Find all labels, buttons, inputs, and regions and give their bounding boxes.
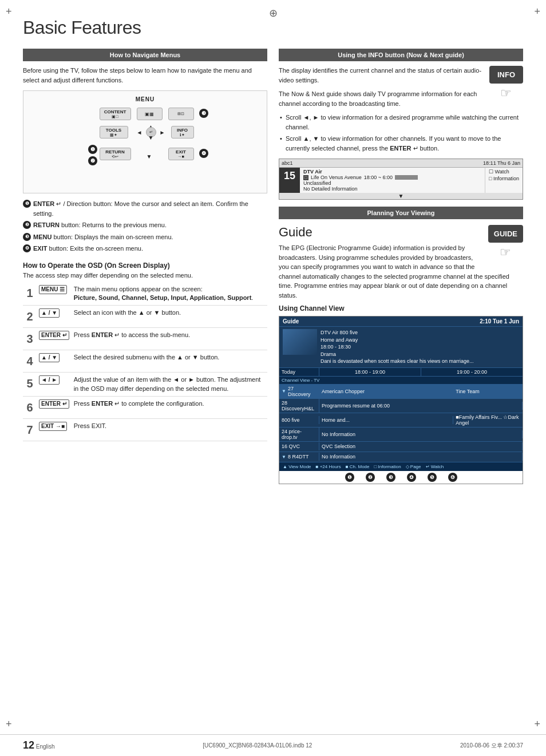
info-prog-time: 18:00 ~ 6:00 [364,175,393,180]
arrow-down-8: ▼ [282,454,286,460]
info-screen-body: 15 DTV Air □ Life On Venus Avenue 18:00 … [279,168,523,193]
osd-key-2: ▲ / ▼ [37,306,72,328]
legend-item-2: ❷ RETURN button: Returns to the previous… [23,220,267,230]
info-info-label: □ Information [489,176,519,181]
info-section-header: Using the INFO button (Now & Next guide) [279,49,523,61]
guide-footer: ▲ View Mode ■ +24 Hours ■ Ch. Mode □ Inf… [279,462,523,471]
info-button-label: INFO [489,66,523,84]
legend-item-4: ❹ EXIT button: Exits the on-screen menu. [23,244,267,254]
info-icon-box: INFO ☞ [489,66,523,101]
osd-desc-3: Press ENTER ↵ to access the sub-menu. [72,328,267,350]
guide-ch-28: 28 DiscoveryH&L [279,399,319,413]
tools-btn: TOOLS ▦✦ [100,126,128,138]
guide-ch-800: 800 five [279,416,319,424]
info-prog-rating-text: Unclassified [303,180,481,186]
guide-ch-27: ▼ 27 Discovery [279,385,319,398]
footer-num-6: ❻ [448,473,457,482]
osd-row-6: 6 ENTER ↵ Press ENTER ↵ to complete the … [23,397,267,419]
osd-row-3: 3 ENTER ↵ Press ENTER ↵ to access the su… [23,328,267,350]
left-column: How to Navigate Menus Before using the T… [23,49,267,484]
legend-text-2: RETURN button: Returns to the previous m… [33,220,167,230]
info-screen-time: 18:11 Thu 6 Jan [483,160,520,166]
arrow-down-27: ▼ [282,389,286,394]
guide-row-24: 24 price-drop.tv No Information [279,428,523,442]
nav-cluster: ▲ ◄ ↵ ► ▼ [137,124,165,141]
nav-legend: ❶ ENTER ↵ / Direction button: Move the c… [23,199,267,254]
guide-screen-header: Guide 2:10 Tue 1 Jun [279,316,523,327]
osd-subtitle: The access step may differ depending on … [23,272,267,279]
osd-key-4: ▲ / ▼ [37,350,72,373]
channel-view-title: Using Channel View [279,304,523,312]
guide-info-time: 18:00 - 18:30 [321,343,474,351]
osd-key-3: ENTER ↵ [37,328,72,350]
guide-button-label: GUIDE [488,225,523,243]
guide-screen-time: 2:10 Tue 1 Jun [480,318,519,324]
guide-info-genre: Drama [321,351,474,358]
badge-1: ❶ [88,145,97,154]
guide-prog-16: QVC Selection [319,442,523,450]
osd-num-2: 2 [23,306,37,328]
guide-footer-info: □ Information [374,464,401,469]
guide-intro: The EPG (Electronic Programme Guide) inf… [279,243,523,300]
osd-desc-4: Select the desired submenu with the ▲ or… [72,350,267,373]
osd-num-5: 5 [23,373,37,397]
legend-num-4: ❹ [23,244,31,252]
osd-key-5: ◄ / ► [37,373,72,397]
guide-info-panel: DTV Air 800 five Home and Away 18:00 - 1… [279,327,523,368]
page-title: Basic Features [23,17,523,38]
guide-info-desc: Dani is devastated when scott makes clea… [321,358,474,365]
bottom-date: 2010-08-06 오후 2:00:37 [460,742,523,750]
guide-prog-28: Programmes resume at 06:00 [319,402,523,410]
osd-desc-2: Select an icon with the ▲ or ▼ button. [72,306,267,328]
info-prog-detail: No Detailed Information [303,186,481,192]
exit-btn-remote: EXIT →■ [168,148,194,160]
guide-prog-800-2: ■Family Affairs Fiv... ☆Dark Angel [453,413,523,427]
guide-title: Guide [279,225,523,240]
info-watch-label: ☐ Watch [489,169,519,175]
guide-footer-ch: ■ Ch. Mode [346,464,370,469]
info-bullet-2: Scroll ▲, ▼ to view information for othe… [279,134,523,153]
osd-table: 1 MENU ☰ The main menu options appear on… [23,282,267,442]
legend-item-1: ❶ ENTER ↵ / Direction button: Move the c… [23,199,267,218]
info-screen-right: ☐ Watch □ Information [485,168,523,193]
footer-num-2: ❷ [366,473,375,482]
guide-table-header: Today 18:00 - 19:00 19:00 - 20:00 [279,368,523,377]
remote-inner: MENU CONTENT ▣□ ▣▦ ⊞⊡ TOOLS ▦ [82,96,208,188]
nav-intro-text: Before using the TV, follow the steps be… [23,66,267,85]
osd-key-7: EXIT →■ [37,419,72,441]
info-content: INFO ☞ The display identifies the curren… [279,66,523,159]
guide-prog-800-1: Home and... [319,416,453,424]
nav-section-header: How to Navigate Menus [23,49,267,61]
info-prog-rating: □ [303,175,308,180]
page-lang: English [36,743,55,750]
osd-num-7: 7 [23,419,37,441]
guide-footer-nums: ❶ ❷ ❸ ❹ ❺ ❻ [279,471,523,484]
osd-key-6: ENTER ↵ [37,397,72,419]
info-screen-header: abc1 18:11 Thu 6 Jan [279,159,523,168]
guide-row-8: ▼ 8 R4DTT No Information [279,452,523,462]
osd-row-5: 5 ◄ / ► Adjust the value of an item with… [23,373,267,397]
guide-row-27: ▼ 27 Discovery American Chopper Tine Tea… [279,385,523,399]
info-prog-name: Life On Venus Avenue [311,175,362,180]
info-btn-remote: INFO ℹ✦ [171,126,194,138]
corner-mark-bl: + [6,718,12,730]
footer-num-4: ❹ [407,473,416,482]
return-btn-remote: RETURN ⟲↩ [100,148,131,160]
guide-footer-text: ▲ View Mode [283,464,311,469]
menu-label: MENU [136,96,155,102]
right-column: Using the INFO button (Now & Next guide)… [279,49,523,484]
badge-4: ❹ [199,149,208,158]
osd-row-1: 1 MENU ☰ The main menu options appear on… [23,282,267,306]
guide-hand-icon: ☞ [488,245,523,260]
bottom-file: [UC6900_XC]BN68-02843A-01L06.indb 12 [203,742,312,749]
guide-content: GUIDE ☞ Guide The EPG (Electronic Progra… [279,225,523,304]
guide-ch-16: 16 QVC [279,442,319,450]
info-intro-2: The Now & Next guide shows daily TV prog… [279,89,523,108]
legend-num-3: ❸ [23,233,31,241]
osd-row-4: 4 ▲ / ▼ Select the desired submenu with … [23,350,267,373]
legend-num-2: ❷ [23,221,31,229]
info-intro-1: The display identifies the current chann… [279,66,523,85]
info-prog-line: □ Life On Venus Avenue 18:00 ~ 6:00 [303,175,481,180]
guide-col-time2: 19:00 - 20:00 [421,368,523,376]
info-screen-left: DTV Air □ Life On Venus Avenue 18:00 ~ 6… [300,168,485,193]
